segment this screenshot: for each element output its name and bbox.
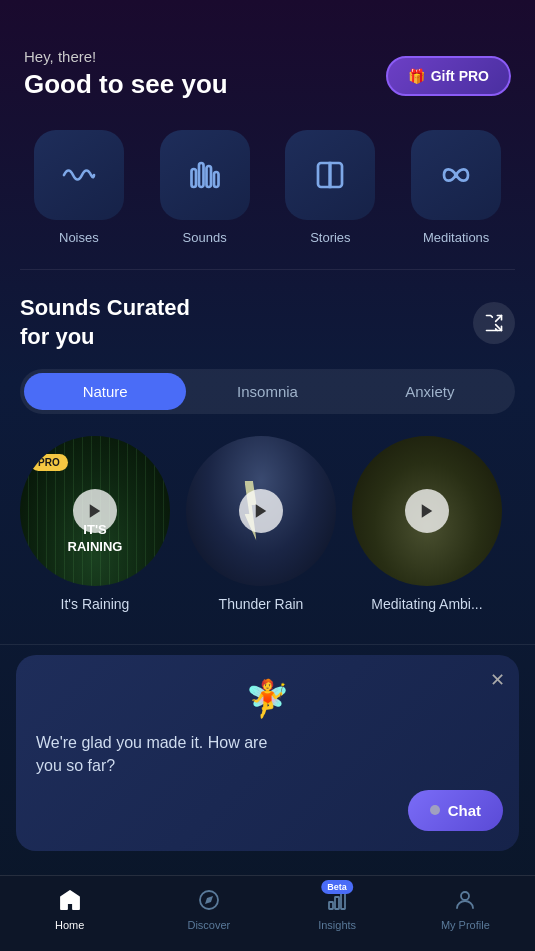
svg-rect-0 [191, 169, 196, 187]
home-icon [58, 888, 82, 912]
filter-tab-insomnia[interactable]: Insomnia [186, 373, 348, 410]
svg-marker-8 [422, 504, 433, 518]
noises-icon-box [34, 130, 124, 220]
svg-rect-11 [329, 902, 333, 909]
bottom-nav: Home Discover Beta Insights [0, 875, 535, 951]
thumb-raining: PRO IT'SRAINING [20, 436, 170, 586]
sound-name-thunder: Thunder Rain [219, 596, 304, 612]
person-icon [453, 888, 477, 912]
svg-marker-6 [90, 504, 101, 518]
svg-marker-10 [205, 896, 213, 904]
thumb-thunder [186, 436, 336, 586]
greeting-large: Good to see you [24, 69, 228, 100]
chat-text: We're glad you made it. How are you so f… [36, 732, 296, 777]
category-stories[interactable]: Stories [285, 130, 375, 245]
play-icon [252, 502, 270, 520]
equalizer-icon [187, 157, 223, 193]
sound-card-raining[interactable]: PRO IT'SRAINING It's Raining [20, 436, 170, 612]
discover-icon-wrap [195, 886, 223, 914]
nav-discover[interactable]: Discover [179, 886, 239, 931]
categories-row: Noises Sounds Stories [0, 120, 535, 269]
nav-profile-label: My Profile [441, 919, 490, 931]
chat-close-button[interactable]: ✕ [490, 669, 505, 691]
shuffle-button[interactable] [473, 302, 515, 344]
play-icon [418, 502, 436, 520]
chat-dot [430, 805, 440, 815]
nav-profile[interactable]: My Profile [435, 886, 495, 931]
meditations-label: Meditations [423, 230, 489, 245]
svg-rect-13 [341, 893, 345, 909]
home-icon-wrap [56, 886, 84, 914]
category-noises[interactable]: Noises [34, 130, 124, 245]
filter-tabs: Nature Insomnia Anxiety [20, 369, 515, 414]
svg-point-5 [454, 173, 459, 178]
sound-card-meditating[interactable]: Meditating Ambi... [352, 436, 502, 612]
filter-tab-nature[interactable]: Nature [24, 373, 186, 410]
book-icon [312, 157, 348, 193]
nav-home-label: Home [55, 919, 84, 931]
meditations-icon-box [411, 130, 501, 220]
greeting-small: Hey, there! [24, 48, 228, 65]
stories-label: Stories [310, 230, 350, 245]
svg-rect-3 [214, 172, 219, 187]
nav-home[interactable]: Home [40, 886, 100, 931]
svg-point-14 [461, 892, 469, 900]
sound-card-thunder[interactable]: Thunder Rain [186, 436, 336, 612]
stories-icon-box [285, 130, 375, 220]
play-icon [86, 502, 104, 520]
curated-title: Sounds Curatedfor you [20, 294, 190, 351]
category-meditations[interactable]: Meditations [411, 130, 501, 245]
wave-icon [61, 157, 97, 193]
play-button-meditating[interactable] [405, 489, 449, 533]
section-divider-2 [0, 644, 535, 645]
sound-name-raining: It's Raining [61, 596, 130, 612]
compass-icon [197, 888, 221, 912]
sounds-label: Sounds [183, 230, 227, 245]
svg-marker-7 [256, 504, 267, 518]
sound-cards-row: PRO IT'SRAINING It's Raining Thunder Rai… [20, 436, 515, 620]
svg-rect-12 [335, 897, 339, 909]
chat-button[interactable]: Chat [408, 790, 503, 831]
gift-icon: 🎁 [408, 68, 425, 84]
nav-discover-label: Discover [187, 919, 230, 931]
chat-banner: ✕ 🧚 We're glad you made it. How are you … [16, 655, 519, 851]
sounds-icon-box [160, 130, 250, 220]
chat-mascot: 🧚 [36, 675, 499, 720]
curated-header: Sounds Curatedfor you [20, 294, 515, 351]
play-button-thunder[interactable] [239, 489, 283, 533]
infinity-icon [438, 157, 474, 193]
profile-icon-wrap [451, 886, 479, 914]
thumb-meditating [352, 436, 502, 586]
nav-insights-label: Insights [318, 919, 356, 931]
shuffle-icon [484, 313, 504, 333]
curated-section: Sounds Curatedfor you Nature Insomnia An… [0, 270, 535, 636]
beta-badge: Beta [321, 880, 353, 894]
svg-rect-2 [206, 166, 211, 187]
svg-rect-1 [199, 163, 204, 187]
pro-badge: PRO [30, 454, 68, 471]
greeting-block: Hey, there! Good to see you [24, 48, 228, 100]
sound-name-meditating: Meditating Ambi... [371, 596, 482, 612]
header: Hey, there! Good to see you 🎁 Gift PRO [0, 0, 535, 120]
gift-pro-button[interactable]: 🎁 Gift PRO [386, 56, 511, 96]
category-sounds[interactable]: Sounds [160, 130, 250, 245]
nav-insights[interactable]: Beta Insights [318, 886, 356, 931]
filter-tab-anxiety[interactable]: Anxiety [349, 373, 511, 410]
play-button-raining[interactable] [73, 489, 117, 533]
noises-label: Noises [59, 230, 99, 245]
